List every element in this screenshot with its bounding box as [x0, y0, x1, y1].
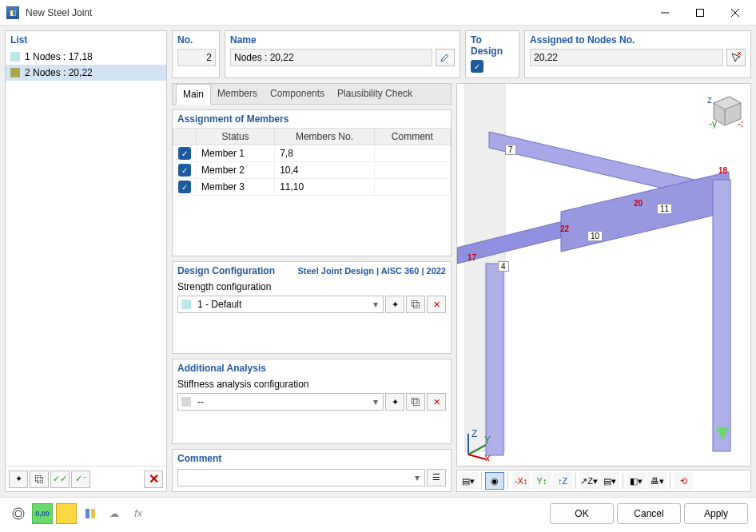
apply-button[interactable]: Apply: [684, 503, 748, 524]
model-viewport[interactable]: 71820112210174 Z Y X z -x -y: [456, 83, 751, 466]
cell-status: Member 3: [197, 179, 275, 196]
load-combo-button[interactable]: ▤▾: [459, 472, 478, 490]
titlebar: ◧ New Steel Joint: [0, 0, 756, 26]
design-config-title: Design Configuration: [177, 265, 275, 276]
clear-stiff-button[interactable]: ✕: [427, 393, 446, 411]
name-input[interactable]: [230, 49, 432, 66]
svg-text:Y: Y: [484, 435, 491, 446]
minimize-button[interactable]: [647, 1, 682, 25]
tab-main[interactable]: Main: [176, 84, 211, 105]
script-button[interactable]: fx: [128, 503, 149, 524]
display-options-button[interactable]: ◧▾: [627, 472, 646, 490]
chevron-down-icon: ▾: [410, 472, 424, 483]
new-stiff-button[interactable]: ✦: [385, 393, 404, 411]
assigned-input[interactable]: [530, 49, 723, 66]
cell-comment: [374, 145, 450, 162]
copy-item-button[interactable]: ⿻: [30, 470, 49, 488]
svg-rect-11: [486, 264, 503, 455]
axis-y-button[interactable]: Y↕: [532, 472, 551, 490]
new-config-button[interactable]: ✦: [385, 296, 404, 313]
list-item-label: 1 Nodes : 17,18: [25, 51, 93, 62]
svg-text:z: z: [707, 94, 712, 105]
viewport-label: 17: [465, 253, 479, 262]
list-item-swatch: [10, 52, 20, 62]
reset-view-button[interactable]: ⟲: [674, 472, 693, 490]
axis-x-button[interactable]: -X↕: [511, 472, 531, 490]
print-button[interactable]: 🖶▾: [647, 472, 666, 490]
check-on-button[interactable]: ✓✓: [50, 470, 70, 488]
edit-name-button[interactable]: [436, 49, 455, 66]
svg-text:-x: -x: [738, 118, 742, 129]
strength-combo[interactable]: 1 - Default ▾: [177, 296, 384, 313]
to-design-checkbox[interactable]: ✓: [471, 60, 483, 73]
comment-edit-button[interactable]: ☰: [427, 469, 446, 486]
help-button[interactable]: [8, 503, 29, 524]
no-input[interactable]: [177, 49, 216, 66]
maximize-button[interactable]: [682, 1, 718, 25]
viewport-label: 10: [587, 231, 603, 241]
pick-nodes-button[interactable]: [726, 49, 746, 66]
cell-comment: [374, 162, 450, 179]
cell-comment: [374, 179, 450, 196]
cell-status: Member 2: [197, 162, 275, 179]
viewport-label: 7: [505, 145, 516, 155]
viewport-label: 11: [657, 204, 672, 214]
add-analysis-title: Additional Analysis: [177, 363, 266, 374]
table-row[interactable]: ✓ Member 1 7,8: [173, 145, 451, 162]
viewport-label: 4: [498, 261, 509, 272]
delete-item-button[interactable]: ✕: [144, 470, 163, 488]
design-config-panel: Design Configuration Steel Joint Design …: [172, 261, 452, 354]
assignment-panel: Assignment of Members Status Members No.…: [172, 109, 452, 256]
table-row[interactable]: ✓ Member 2 10,4: [173, 162, 451, 179]
svg-text:-y: -y: [709, 118, 717, 129]
viewport-svg: [457, 84, 750, 466]
edit-config-button[interactable]: ⿻: [406, 296, 425, 313]
tab-components[interactable]: Components: [264, 84, 331, 104]
no-title: No.: [173, 31, 219, 49]
assigned-panel: Assigned to Nodes No.: [524, 30, 751, 78]
view-toolbar: ▤▾ ◉ -X↕ Y↕ ↑Z ↗Z▾ ▤▾ ◧▾ 🖶▾ ⟲: [456, 470, 751, 492]
svg-rect-1: [697, 9, 704, 16]
layers-button[interactable]: [80, 503, 101, 524]
cloud-button[interactable]: ☁: [104, 503, 125, 524]
new-item-button[interactable]: ✦: [9, 470, 28, 488]
list-panel: List 1 Nodes : 17,18 2 Nodes : 20,22 ✦ ⿻…: [5, 30, 167, 492]
edit-stiff-button[interactable]: ⿻: [406, 393, 425, 411]
view-mode-button[interactable]: ◉: [485, 472, 504, 490]
col-members: Members No.: [275, 129, 375, 145]
units-button[interactable]: 0,00: [32, 503, 53, 524]
chevron-down-icon: ▾: [368, 299, 383, 310]
cell-members: 11,10: [275, 179, 375, 196]
viewport-label: 22: [558, 224, 571, 233]
list-item-1[interactable]: 1 Nodes : 17,18: [6, 49, 166, 65]
render-mode-button[interactable]: ▤▾: [600, 472, 619, 490]
ok-button[interactable]: OK: [550, 503, 614, 524]
table-row[interactable]: ✓ Member 3 11,10: [173, 179, 451, 196]
list-title: List: [6, 31, 166, 49]
stiffness-combo[interactable]: -- ▾: [177, 393, 384, 411]
cell-status: Member 1: [197, 145, 275, 162]
close-button[interactable]: [718, 1, 753, 25]
list-item-swatch: [10, 68, 20, 77]
color-button[interactable]: [56, 503, 77, 524]
axis-z-button[interactable]: ↑Z: [553, 472, 572, 490]
cancel-button[interactable]: Cancel: [617, 503, 681, 524]
combo-swatch: [181, 300, 191, 309]
viewport-label: 18: [716, 166, 730, 175]
cell-members: 10,4: [275, 162, 375, 179]
comment-combo[interactable]: ▾: [177, 469, 425, 486]
list-item-2[interactable]: 2 Nodes : 20,22: [6, 65, 166, 81]
col-comment: Comment: [374, 129, 450, 145]
tab-members[interactable]: Members: [211, 84, 264, 104]
row-checkbox[interactable]: ✓: [178, 147, 191, 160]
row-checkbox[interactable]: ✓: [178, 164, 191, 177]
row-checkbox[interactable]: ✓: [178, 181, 191, 193]
viewport-label: 20: [631, 199, 645, 208]
tab-plausibility[interactable]: Plausibility Check: [331, 84, 419, 104]
name-panel: Name: [225, 30, 460, 78]
check-off-button[interactable]: ✓⁻: [71, 470, 90, 488]
clear-config-button[interactable]: ✕: [427, 296, 446, 313]
iso-view-button[interactable]: ↗Z▾: [579, 472, 599, 490]
col-status: Status: [197, 129, 275, 145]
view-cube[interactable]: z -x -y: [706, 92, 742, 129]
